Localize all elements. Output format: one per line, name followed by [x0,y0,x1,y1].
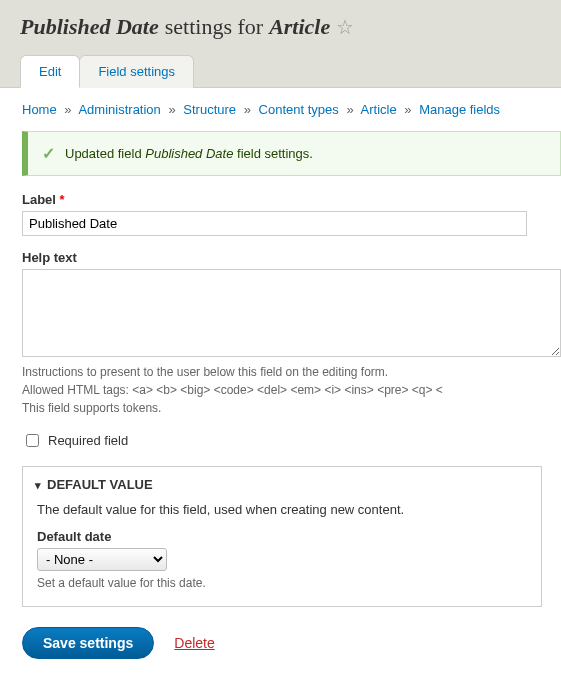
status-message: ✓ Updated field Published Date field set… [22,131,561,176]
header-region: Published Date settings for Article ☆ Ed… [0,0,561,88]
status-suffix: field settings. [237,146,313,161]
form-actions: Save settings Delete [22,627,561,659]
required-checkbox[interactable] [26,434,39,447]
required-field-row: Required field [22,431,561,450]
label-input[interactable] [22,211,527,236]
breadcrumb-sep: » [64,102,71,117]
status-field-name: Published Date [145,146,233,161]
required-checkbox-label[interactable]: Required field [48,433,128,448]
default-date-hint: Set a default value for this date. [37,574,527,592]
help-desc-line2-tags: <a> <b> <big> <code> <del> <em> <i> <ins… [132,383,443,397]
help-desc-line2-prefix: Allowed HTML tags: [22,383,132,397]
breadcrumb-structure[interactable]: Structure [183,102,236,117]
star-icon[interactable]: ☆ [336,17,354,37]
required-mark: * [60,192,65,207]
default-date-item: Default date - None - Set a default valu… [37,529,527,592]
label-field-label: Label * [22,192,561,207]
breadcrumb-sep: » [244,102,251,117]
default-value-fieldset: DEFAULT VALUE The default value for this… [22,466,542,607]
default-value-body: The default value for this field, used w… [23,502,541,606]
breadcrumb-article[interactable]: Article [361,102,397,117]
check-icon: ✓ [42,144,55,163]
breadcrumb-administration[interactable]: Administration [78,102,160,117]
help-text-label: Help text [22,250,561,265]
default-date-select[interactable]: - None - [37,548,167,571]
breadcrumb-sep: » [168,102,175,117]
default-value-description: The default value for this field, used w… [37,502,527,517]
label-text: Label [22,192,56,207]
default-value-summary[interactable]: DEFAULT VALUE [23,467,541,502]
status-message-text: Updated field Published Date field setti… [65,146,313,161]
help-desc-line1: Instructions to present to the user belo… [22,363,561,381]
breadcrumb-sep: » [346,102,353,117]
page-title: Published Date settings for Article ☆ [20,14,541,40]
page-title-middle: settings for [165,14,263,40]
tabs: Edit Field settings [20,54,541,87]
breadcrumb: Home » Administration » Structure » Cont… [22,102,561,117]
delete-link[interactable]: Delete [174,635,214,651]
help-desc-line2: Allowed HTML tags: <a> <b> <big> <code> … [22,381,561,399]
help-text-description: Instructions to present to the user belo… [22,363,561,417]
page-title-entity: Article [269,14,330,40]
help-text-textarea[interactable] [22,269,561,357]
breadcrumb-home[interactable]: Home [22,102,57,117]
breadcrumb-sep: » [404,102,411,117]
save-button[interactable]: Save settings [22,627,154,659]
breadcrumb-manage-fields[interactable]: Manage fields [419,102,500,117]
default-date-label: Default date [37,529,527,544]
tab-field-settings[interactable]: Field settings [79,55,194,88]
help-text-item: Help text Instructions to present to the… [22,250,561,417]
breadcrumb-content-types[interactable]: Content types [259,102,339,117]
status-prefix: Updated field [65,146,142,161]
help-desc-line3: This field supports tokens. [22,399,561,417]
content-region: Home » Administration » Structure » Cont… [0,88,561,675]
page-title-field: Published Date [20,14,159,40]
label-field-item: Label * [22,192,561,236]
tab-edit[interactable]: Edit [20,55,80,88]
